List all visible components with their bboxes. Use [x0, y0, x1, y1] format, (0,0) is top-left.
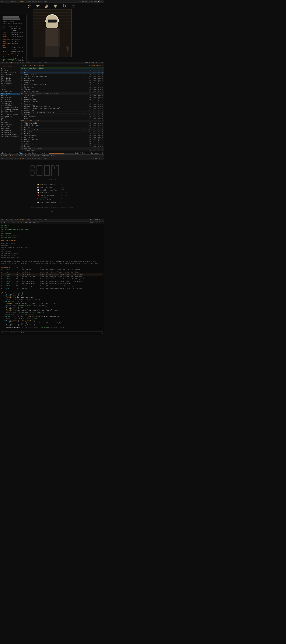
track-row[interactable]: 8 Oh, George ····· 3:00 Foo Fighters: [20, 137, 104, 139]
tab4-chat[interactable]: CHAT: [15, 219, 19, 221]
sidebar-artist-panic[interactable]: Panic! At The Disco: [0, 114, 20, 116]
tab3-work1[interactable]: WORK1: [32, 158, 37, 159]
sidebar-artist-led[interactable]: Led Zeppelin: [0, 102, 20, 104]
sidebar-artist-fleetwood[interactable]: Fleetwood Mac: [0, 91, 20, 93]
sidebar-artist-velvet[interactable]: The Velvet Underground: [0, 135, 20, 137]
tab3-code[interactable]: CODE: [1, 158, 4, 159]
doom-menu-documentation[interactable]: 📚 Open documentation SPC h d h: [37, 201, 67, 204]
track-row[interactable]: 11 But, Honestly ····· 4:39 Foo Fighters: [20, 116, 104, 118]
sidebar-artist-foo[interactable]: Foo Fighters: [0, 93, 20, 95]
tab-chat[interactable]: CHAT: [15, 0, 19, 2]
track-row[interactable]: 1 This Is A Call ····· 3:53 Foo Fighters: [20, 122, 104, 124]
track-row[interactable]: 9 For All The Cows ····· 3:30 Foo Fighte…: [20, 139, 104, 141]
tab-game[interactable]: GAME: [43, 0, 47, 2]
tab-work1[interactable]: WORK1: [32, 0, 37, 2]
track-row[interactable]: 9 Sunday Rain ····· 6:11 Foo Fighters: [20, 86, 104, 88]
sidebar-artist-jethro[interactable]: Jethro Tull: [0, 98, 20, 100]
sidebar-artist-eagles[interactable]: Eagles: [0, 85, 20, 87]
sidebar-artist-gnr[interactable]: Guns N Roses: [0, 96, 20, 98]
sidebar-artist-queen[interactable]: Queen: [0, 118, 20, 120]
tab4-terms2[interactable]: TERMS2: [26, 219, 31, 221]
sidebar-artist-nin[interactable]: Nine Inch Nails: [0, 110, 20, 112]
tab3-chat[interactable]: CHAT: [15, 158, 19, 159]
track-row[interactable]: 12 Home ····· 4:53 Foo Fighters: [20, 118, 104, 120]
track-row[interactable]: 4 The Sky Is A Neighborhood ····· 4:04 F…: [20, 76, 104, 78]
sidebar-artist-radiohead[interactable]: Radiohead: [0, 122, 20, 124]
sidebar-artist-supertramp[interactable]: Supertramp: [0, 128, 20, 130]
tab-terms[interactable]: TERMS: [20, 0, 24, 2]
track-row[interactable]: 6 Floaty ····· 4:30 Foo Fighters: [20, 133, 104, 135]
track-row[interactable]: 8 Happy Ever After (Zero Hour) ····· 3:4…: [20, 84, 104, 86]
sidebar-artist-acdc[interactable]: AC-DC: [0, 68, 20, 70]
track-row[interactable]: 1 T-Shirt ····· 1:22 Foo Fighters: [20, 70, 104, 72]
tab4-music[interactable]: MUSIC: [9, 219, 14, 221]
track-row[interactable]: 10 The Line ····· 3:38 Foo Fighters: [20, 88, 104, 90]
tab-music[interactable]: MUSIC: [9, 0, 14, 2]
doom-menu-private-config[interactable]: ⚙ Open private configuration SPC f P: [37, 197, 67, 201]
track-row[interactable]: 7 Arrows ····· 4:26 Foo Fighters: [20, 82, 104, 84]
track-row[interactable]: 2 Let It Die ····· 4:05 Foo Fighters: [20, 97, 104, 99]
sidebar-artist-dream[interactable]: Dream Theater: [0, 83, 20, 85]
tab4-game[interactable]: GAME: [43, 219, 47, 221]
track-row[interactable]: 3 Make It Right ····· 4:39 Foo Fighters: [20, 74, 104, 76]
toolbar-filter[interactable]: f filter: [10, 155, 17, 157]
toolbar-tracks[interactable]: t tracks: [19, 155, 26, 157]
tab2-music[interactable]: MUSIC: [9, 62, 14, 64]
sidebar-artist-mcr[interactable]: My Chemical Romance: [0, 108, 20, 110]
track-row[interactable]: 11 Wattershed ····· 2:15 Foo Fighters: [20, 143, 104, 145]
track-row[interactable]: 4 Long Road To Ruin ····· 3:44 Foo Fight…: [20, 101, 104, 103]
music-track-list[interactable]: – tracks (sorted by album) Concrete And …: [20, 64, 104, 152]
tab2-terms[interactable]: TERMS: [20, 62, 24, 64]
tab4-terms[interactable]: TERMS: [20, 219, 24, 221]
sidebar-artist-boa[interactable]: boa: [0, 75, 20, 77]
sidebar-artist-king[interactable]: King Crimson: [0, 100, 20, 102]
sidebar-artist-genesis[interactable]: Genesis: [0, 95, 20, 96]
track-row[interactable]: 9 Ballad Of The Beaconsfield Miners ····…: [20, 112, 104, 114]
sidebar-artist-bowie[interactable]: David Bowie: [0, 77, 20, 79]
sidebar-artist-eloy[interactable]: Eloy: [0, 87, 20, 89]
toolbar-queue[interactable]: q play queue: [28, 155, 39, 157]
sidebar-artist-rem[interactable]: R.E.M.: [0, 120, 20, 122]
sidebar-artist-steely[interactable]: Steely Dan: [0, 126, 20, 128]
sidebar-artist-diana[interactable]: Diana Krall: [0, 79, 20, 81]
track-row[interactable]: 6 Dirty Water ····· 4:02 Foo Fighters: [20, 80, 104, 82]
album-header-cag[interactable]: Concrete And Gold – 32:45: [20, 67, 104, 70]
tab4-work1[interactable]: WORK1: [32, 219, 37, 221]
sidebar-artist-beatles[interactable]: The Beatles: [0, 130, 20, 132]
doom-menu-open-project[interactable]: 📋 Open project SPC p p: [37, 192, 67, 194]
track-row[interactable]: 11 Concrete And Gold ····· 5:31 Foo Figh…: [20, 90, 104, 92]
track-row[interactable]: 3 Big Me ····· 2:12 Foo Fighters: [20, 126, 104, 128]
toolbar-quit[interactable]: Q quit: [51, 155, 57, 157]
tab-web[interactable]: WEB: [6, 0, 8, 2]
tab3-web[interactable]: WEB: [6, 158, 8, 159]
doom-menu-last-session[interactable]: 📁 Open last session SPC s l: [37, 183, 67, 186]
track-row[interactable]: 5 La Dee Da ····· 4:02 Foo Fighters: [20, 78, 104, 80]
doom-menu-recent-files[interactable]: 📄 Recently opened files SPC f r: [37, 189, 67, 192]
track-row[interactable]: 10 X-Static ····· 4:13 Foo Fighters: [20, 141, 104, 143]
tab-work2[interactable]: WORK2: [38, 0, 42, 2]
doom-menu-bookmark[interactable]: 🔖 Jump to bookmark SPC RET: [37, 194, 67, 197]
tab-terms2[interactable]: TERMS2: [26, 0, 31, 2]
sidebar-artist-moody[interactable]: The Moody Blues: [0, 132, 20, 134]
sidebar-artist-dire[interactable]: Dire Straits: [0, 81, 20, 83]
track-row[interactable]: 1 In Your Honor ····· 1:50 Foo Fighters: [20, 150, 104, 152]
track-row[interactable]: 7 Cheer Up, Boys (Your Make Up Is Runnin…: [20, 107, 104, 110]
tab4-web[interactable]: WEB: [6, 219, 8, 221]
sidebar-artist-mbv[interactable]: My Bloody Valentine: [0, 106, 20, 108]
tab3-terms2[interactable]: TERMS2: [26, 158, 31, 159]
track-row[interactable]: 7 Weenie Beenie ····· 2:45 Foo Fighters: [20, 135, 104, 137]
tab4-work2[interactable]: WORK2: [38, 219, 42, 221]
sidebar-artist-shiro[interactable]: Shiro Sagisu: [0, 124, 20, 126]
sidebar-artist-porcupine[interactable]: Porcupine Tree: [0, 116, 20, 118]
tab2-work2[interactable]: WORK2: [38, 62, 42, 64]
tab3-music[interactable]: MUSIC: [9, 158, 14, 159]
tab2-code[interactable]: CODE: [1, 62, 4, 64]
sidebar-artist-a7x[interactable]: Avenged Sevenfold: [0, 72, 20, 73]
tab2-work1[interactable]: WORK1: [32, 62, 37, 64]
tab-code[interactable]: CODE: [1, 0, 4, 2]
track-row[interactable]: 10 Statues ····· 1:47 Foo Fighters: [20, 114, 104, 116]
track-row[interactable]: 4 Alone+Easy Target ····· 4:05 Foo Fight…: [20, 128, 104, 130]
track-row[interactable]: 2 Run ····· 5:23 Foo Fighters: [20, 72, 104, 74]
track-row[interactable]: 5 Come Alive ····· 5:10 Foo Fighters: [20, 103, 104, 105]
music-progress-bar[interactable]: [48, 153, 74, 154]
